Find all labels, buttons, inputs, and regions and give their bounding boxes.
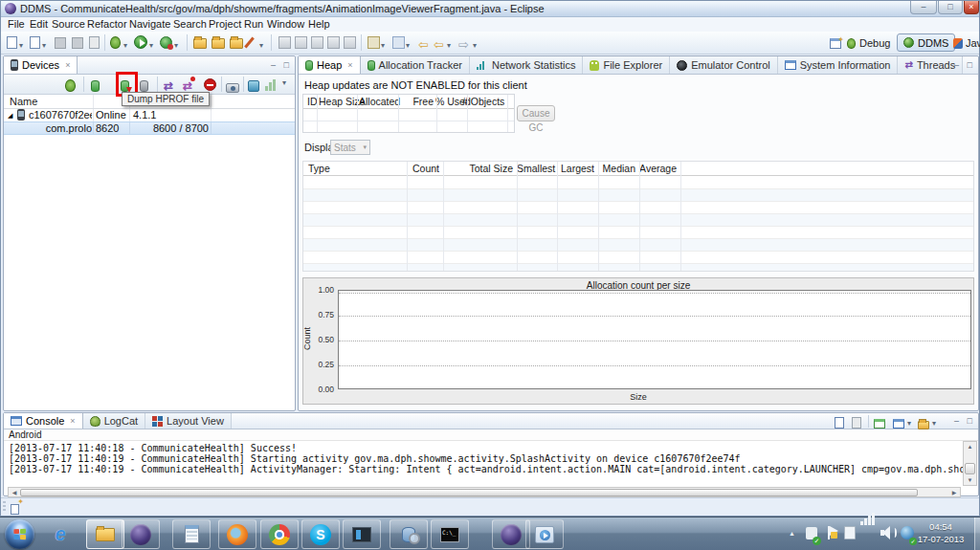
display-console-dropdown[interactable]: ▾ xyxy=(907,419,911,428)
col-median[interactable]: Median xyxy=(598,163,635,174)
tab-file-explorer[interactable]: File Explorer xyxy=(583,56,670,74)
col-heap-size[interactable]: Heap Size xyxy=(319,96,355,107)
minimize-view-icon[interactable]: – xyxy=(271,59,276,71)
view-menu-icon[interactable]: ▾ xyxy=(282,78,286,87)
maximize-view-icon[interactable]: □ xyxy=(968,59,972,71)
maximize-view-icon[interactable]: □ xyxy=(284,59,289,71)
tray-safely-remove-icon[interactable]: ✓ xyxy=(806,526,817,543)
tab-network-statistics[interactable]: Network Statistics xyxy=(470,56,583,74)
update-heap-button[interactable] xyxy=(91,78,100,96)
col-allocated[interactable]: Allocated xyxy=(359,96,395,107)
col-total-size[interactable]: Total Size xyxy=(447,163,513,174)
perspective-java[interactable]: Java xyxy=(953,34,980,52)
device-row[interactable]: ◢ c1607670f2ee7 Online 4.1.1 xyxy=(4,109,295,121)
taskbar-skype[interactable]: S xyxy=(301,519,340,549)
tab-heap[interactable]: Heap× xyxy=(299,56,361,74)
tray-clipboard-icon[interactable] xyxy=(844,526,856,543)
tool-button-1[interactable] xyxy=(278,35,294,51)
menu-refactor[interactable]: Refactor xyxy=(87,18,127,30)
close-tab-icon[interactable]: × xyxy=(70,416,75,426)
column-name[interactable]: Name xyxy=(10,96,37,107)
tab-layout-view[interactable]: Layout View xyxy=(145,413,232,429)
col-average[interactable]: Average xyxy=(639,163,677,174)
taskbar-chrome[interactable] xyxy=(260,519,299,549)
col-pct-used[interactable]: % Used xyxy=(435,96,464,107)
new-dropdown[interactable]: ▾ xyxy=(19,41,23,50)
export-button[interactable] xyxy=(230,35,245,51)
tab-system-information[interactable]: System Information xyxy=(778,56,899,74)
taskbar-windows-explorer[interactable] xyxy=(86,519,124,549)
col-free[interactable]: Free xyxy=(400,96,434,107)
external-tools-dropdown[interactable]: ▾ xyxy=(174,41,178,50)
taskbar-command-prompt[interactable]: C:\_ xyxy=(431,519,469,549)
show-desktop-button[interactable] xyxy=(974,517,980,550)
tray-action-center-icon[interactable] xyxy=(828,526,830,543)
expand-arrow-icon[interactable]: ◢ xyxy=(8,112,12,119)
taskbar-media-player[interactable] xyxy=(525,519,564,549)
tool-button-4[interactable] xyxy=(327,35,343,51)
perspective-debug[interactable]: Debug xyxy=(847,34,890,52)
tray-clock[interactable]: 04:54 17-07-2013 xyxy=(911,520,970,545)
scroll-up-icon[interactable]: ▲ xyxy=(964,442,976,451)
menu-navigate[interactable]: Navigate xyxy=(129,18,170,30)
save-button[interactable] xyxy=(55,35,70,51)
tab-allocation-tracker[interactable]: Allocation Tracker xyxy=(361,56,470,74)
show-hidden-icons[interactable]: ▲ xyxy=(789,530,795,537)
console-vscrollbar[interactable]: ▲ ▼ xyxy=(963,441,977,486)
run-button[interactable] xyxy=(134,35,149,51)
menu-source[interactable]: Source xyxy=(52,18,85,30)
col-smallest[interactable]: Smallest xyxy=(517,163,553,174)
cause-gc-button[interactable]: Cause GC xyxy=(517,105,555,121)
process-row-selected[interactable]: com.prolo 8620 8600 / 8700 xyxy=(4,121,295,135)
back-history-button[interactable]: ⇦ xyxy=(418,35,434,51)
run-dropdown[interactable]: ▾ xyxy=(149,41,153,50)
taskbar-calculator[interactable] xyxy=(172,519,211,549)
menu-edit[interactable]: Edit xyxy=(30,18,48,30)
forward-button[interactable]: ⇨ xyxy=(458,35,474,51)
back-dropdown[interactable]: ▾ xyxy=(447,41,451,50)
title-bar[interactable]: DDMS - CommunicateHealth/src/gov/ma/dph/… xyxy=(1,1,979,17)
menu-run[interactable]: Run xyxy=(244,18,263,30)
minimize-button[interactable]: – xyxy=(910,1,937,14)
console-log-area[interactable]: [2013-07-17 11:40:18 - CommunicateHealth… xyxy=(4,441,963,486)
open-perspective-button[interactable] xyxy=(830,35,845,51)
taskbar-internet-explorer[interactable]: e xyxy=(41,519,79,549)
taskbar-eclipse[interactable] xyxy=(122,519,160,549)
maximize-view-icon[interactable]: □ xyxy=(968,415,972,427)
junit-dropdown[interactable]: ▾ xyxy=(259,41,263,50)
new-wizard-dropdown[interactable]: ▾ xyxy=(42,41,46,50)
console-hscrollbar[interactable]: ◀ ▶ xyxy=(8,487,961,497)
save-all-button[interactable] xyxy=(72,35,87,51)
view-hierarchy-button[interactable] xyxy=(248,78,259,96)
vscroll-thumb[interactable] xyxy=(965,463,975,474)
taskbar-monitor-app[interactable] xyxy=(343,519,381,549)
menu-file[interactable]: File xyxy=(8,18,25,30)
taskbar-firefox[interactable] xyxy=(218,519,256,549)
col-id[interactable]: ID xyxy=(307,96,318,107)
external-tools-button[interactable] xyxy=(160,35,175,51)
tab-devices[interactable]: Devices × xyxy=(4,56,78,74)
menu-search[interactable]: Search xyxy=(173,18,207,30)
hscroll-thumb[interactable] xyxy=(20,489,918,496)
perspective-ddms[interactable]: DDMS xyxy=(897,33,955,52)
tool-button-2[interactable] xyxy=(295,35,310,51)
annotation-dropdown[interactable]: ▾ xyxy=(406,41,410,50)
systrace-button[interactable] xyxy=(265,77,277,95)
close-tab-icon[interactable]: × xyxy=(347,60,352,70)
debug-process-button[interactable] xyxy=(65,78,76,96)
tool-button-3[interactable] xyxy=(311,35,326,51)
import-button[interactable] xyxy=(212,35,227,51)
tab-console[interactable]: Console× xyxy=(4,413,83,429)
tab-logcat[interactable]: LogCat xyxy=(83,413,145,429)
debug-dropdown[interactable]: ▾ xyxy=(123,41,127,50)
close-tab-icon[interactable]: × xyxy=(65,60,70,70)
minimize-view-icon[interactable]: – xyxy=(954,415,959,427)
mark-dropdown[interactable]: ▾ xyxy=(381,41,385,50)
open-console-dropdown[interactable]: ▾ xyxy=(932,419,936,428)
heap-summary-table[interactable]: ID Heap Size Allocated Free % Used # Obj… xyxy=(302,94,515,133)
maximize-button[interactable]: □ xyxy=(938,1,963,14)
col-objects[interactable]: # Objects xyxy=(462,96,504,107)
menu-help[interactable]: Help xyxy=(308,18,330,30)
menu-project[interactable]: Project xyxy=(209,18,241,30)
taskbar-database-tool[interactable] xyxy=(390,519,428,549)
